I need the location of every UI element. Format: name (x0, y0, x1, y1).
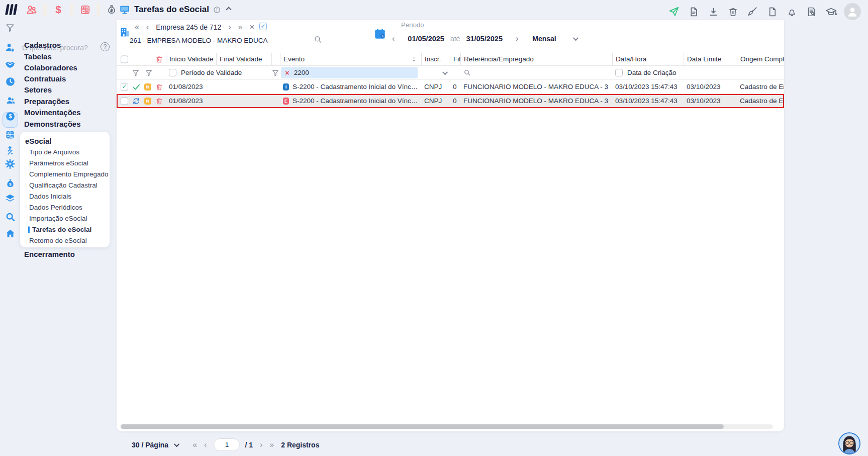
col-header-fil[interactable]: Fil. (453, 55, 460, 63)
sidebar-item-importacao-esocial[interactable]: Importação eSocial (29, 215, 87, 222)
sidebar-item-movimentacoes[interactable]: Movimentações (24, 108, 81, 117)
first-company-button[interactable]: « (135, 23, 139, 32)
period-end-date[interactable]: 31/05/2025 (466, 35, 503, 43)
table-row-selected[interactable]: N 01/08/2023 E S-2200 - Cadastramento In… (117, 94, 784, 108)
graduation-cap-icon[interactable] (824, 5, 837, 18)
prev-page-button[interactable]: ‹ (204, 440, 207, 449)
company-search-icon[interactable] (314, 35, 322, 44)
col-header-data-limite[interactable]: Data Limite (687, 55, 721, 63)
chevron-down-icon[interactable] (174, 441, 179, 446)
col-header-final-validade[interactable]: Final Validade (220, 55, 262, 63)
sidebar-item-tarefas-do-esocial[interactable]: Tarefas do eSocial (32, 226, 91, 233)
prev-period-button[interactable]: ‹ (392, 34, 395, 43)
copy-icon[interactable] (765, 5, 779, 18)
next-page-button[interactable]: › (260, 440, 262, 449)
trash-icon[interactable] (155, 55, 163, 63)
broom-icon[interactable] (746, 5, 759, 18)
money-bag-icon[interactable] (105, 3, 118, 16)
layers-icon[interactable] (4, 193, 16, 205)
page-size-select[interactable]: 30 / Página (132, 441, 168, 449)
period-start-date[interactable]: 01/05/2025 (408, 35, 444, 43)
next-period-button[interactable]: › (516, 34, 518, 43)
sidebar-item-contratuais[interactable]: Contratuais (24, 74, 66, 83)
evento-funnel-icon[interactable] (271, 69, 279, 77)
period-mode-select[interactable]: Mensal (532, 35, 556, 43)
filter-funnel-icon[interactable] (145, 69, 153, 77)
dollar-circle-icon[interactable] (4, 110, 16, 122)
clear-filter-icon[interactable]: × (285, 69, 290, 76)
first-page-button[interactable]: « (192, 440, 197, 449)
inscr-dropdown-icon[interactable] (442, 69, 448, 74)
next-company-button[interactable]: › (228, 23, 231, 32)
info-icon[interactable] (213, 6, 221, 14)
filter-funnel-icon[interactable] (132, 69, 140, 77)
user-avatar[interactable] (844, 3, 861, 20)
dollar-icon[interactable]: $ (52, 3, 65, 16)
download-icon[interactable] (707, 5, 720, 18)
horizontal-scrollbar-thumb[interactable] (121, 424, 724, 429)
calculator-icon[interactable] (4, 129, 16, 141)
sort-icon[interactable] (411, 56, 417, 62)
trash-icon[interactable] (155, 97, 163, 105)
sidebar-item-tipo-de-arquivos[interactable]: Tipo de Arquivos (29, 148, 79, 156)
audit-log-icon[interactable] (805, 5, 818, 18)
horizontal-scrollbar-track[interactable] (121, 424, 773, 429)
search-icon[interactable] (4, 211, 16, 223)
person-settings-icon[interactable] (4, 42, 16, 54)
calculator-icon[interactable] (78, 3, 91, 16)
chevron-down-icon[interactable] (573, 35, 578, 40)
evento-filter-chip[interactable]: × 2200 (281, 67, 418, 78)
referencia-search-icon[interactable] (463, 69, 471, 76)
prev-company-button[interactable]: ‹ (146, 23, 149, 32)
help-icon[interactable]: ? (101, 42, 110, 51)
col-header-inscr[interactable]: Inscr. (425, 55, 441, 63)
table-row[interactable]: N 01/08/2023 I S-2200 - Cadastramento In… (117, 80, 784, 94)
col-header-referencia-empregado[interactable]: Referência/Empregado (464, 55, 534, 63)
last-company-button[interactable]: » (238, 23, 243, 32)
last-page-button[interactable]: » (269, 440, 274, 449)
clock-icon[interactable] (4, 75, 16, 87)
periodo-validade-checkbox[interactable] (169, 69, 176, 76)
sidebar-item-colaboradores[interactable]: Colaboradores (24, 63, 77, 72)
col-header-origem-complemento[interactable]: Origem Comple (740, 55, 784, 63)
col-header-inicio-validade[interactable]: Início Validade (169, 55, 214, 63)
growth-icon[interactable] (4, 144, 16, 156)
col-header-data-hora[interactable]: Data/Hora (616, 55, 647, 63)
document-icon[interactable] (687, 5, 700, 18)
sidebar-item-preparacoes[interactable]: Preparações (24, 97, 69, 106)
sidebar-item-parametros-esocial[interactable]: Parâmetros eSocial (29, 159, 88, 167)
trash-icon[interactable] (726, 5, 739, 18)
row-checkbox[interactable] (121, 83, 128, 90)
clear-company-button[interactable]: × (249, 22, 254, 32)
sidebar-item-demonstracoes[interactable]: Demonstrações (24, 120, 81, 128)
sidebar-item-retorno-do-esocial[interactable]: Retorno do eSocial (29, 237, 87, 244)
sidebar-item-tabelas[interactable]: Tabelas (24, 52, 52, 61)
trash-icon[interactable] (155, 83, 163, 91)
col-header-evento[interactable]: Evento (283, 55, 305, 63)
people-icon[interactable] (5, 94, 17, 106)
sync-icon[interactable] (132, 97, 140, 105)
handshake-icon[interactable] (4, 58, 16, 70)
sidebar-item-dados-periodicos[interactable]: Dados Periódicos (29, 204, 82, 211)
sidebar-item-cadastros[interactable]: Cadastros (24, 41, 61, 49)
app-logo[interactable] (6, 4, 17, 15)
data-criacao-checkbox[interactable] (615, 69, 623, 76)
gear-icon[interactable] (4, 158, 16, 170)
filter-icon[interactable] (4, 22, 16, 34)
home-icon[interactable] (4, 227, 16, 239)
row-checkbox[interactable] (121, 97, 128, 105)
sidebar-item-encerramento[interactable]: Encerramento (24, 250, 75, 258)
bell-icon[interactable] (785, 5, 798, 18)
page-number-input[interactable] (214, 438, 240, 451)
select-all-checkbox[interactable] (121, 55, 128, 63)
sidebar-item-dados-iniciais[interactable]: Dados Iniciais (29, 193, 71, 200)
collapse-chevron-icon[interactable] (226, 7, 231, 12)
send-icon[interactable] (667, 5, 681, 18)
company-name-field[interactable]: 261 - EMPRESA MODELO - MAKRO EDUCA (130, 33, 335, 48)
sidebar-item-qualificacao-cadastral[interactable]: Qualificação Cadastral (29, 181, 98, 189)
sidebar-item-complemento-empregado[interactable]: Complemento Empregado (29, 170, 109, 178)
money-bag-icon[interactable] (4, 177, 16, 189)
company-checkbox[interactable] (259, 23, 267, 30)
people-icon[interactable] (25, 3, 38, 16)
sidebar-item-esocial[interactable]: eSocial (25, 137, 52, 145)
